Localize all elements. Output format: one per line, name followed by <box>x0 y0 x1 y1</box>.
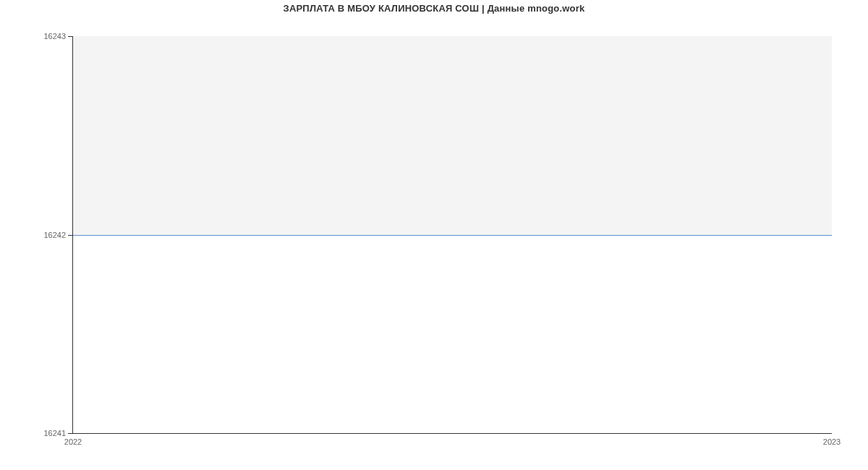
x-tick-label: 2023 <box>823 437 841 446</box>
x-tick-label: 2022 <box>64 437 82 446</box>
salary-chart: ЗАРПЛАТА В МБОУ КАЛИНОВСКАЯ СОШ | Данные… <box>0 0 868 470</box>
y-tick <box>68 433 72 434</box>
y-tick <box>68 36 72 37</box>
y-tick-label: 16241 <box>43 429 66 437</box>
y-tick-label: 16243 <box>43 32 66 40</box>
y-tick-label: 16242 <box>43 231 66 239</box>
chart-title: ЗАРПЛАТА В МБОУ КАЛИНОВСКАЯ СОШ | Данные… <box>0 3 868 14</box>
y-tick <box>68 235 72 236</box>
area-fill <box>73 36 832 235</box>
data-line <box>73 235 832 236</box>
plot-area: 16243 16242 16241 2022 2023 <box>72 36 832 434</box>
